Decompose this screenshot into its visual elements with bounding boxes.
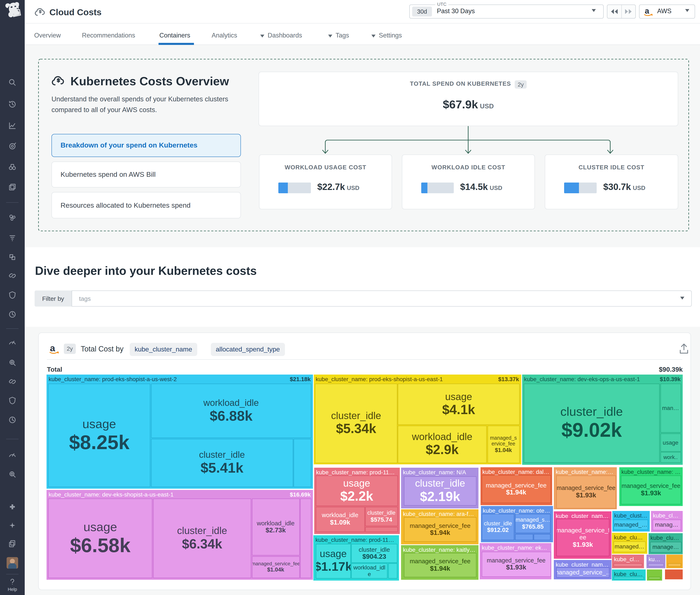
svg-text:a: a bbox=[50, 343, 55, 353]
